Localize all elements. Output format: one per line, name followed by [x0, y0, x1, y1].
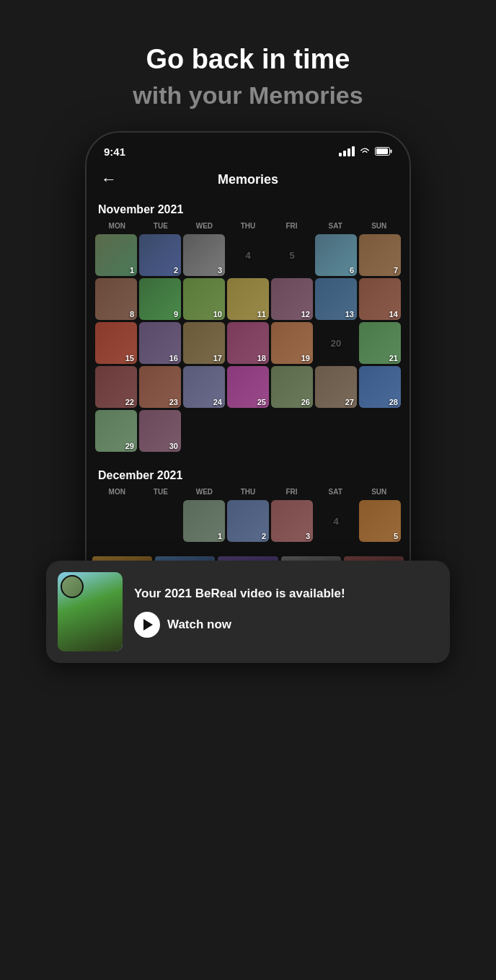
cal-day-number: 10	[211, 308, 225, 320]
cal-day-number: 29	[123, 440, 137, 452]
cal-cell[interactable]: 22	[95, 366, 137, 408]
cal-day-number: 12	[298, 308, 313, 320]
status-icons	[339, 146, 392, 156]
cal-cell[interactable]: 29	[95, 410, 137, 452]
cal-cell[interactable]: 1	[95, 234, 137, 276]
wifi-icon	[359, 147, 371, 156]
cal-cell[interactable]: 21	[359, 322, 401, 364]
month-label: December 2021	[95, 463, 401, 486]
day-header: SAT	[314, 220, 358, 231]
cal-cell[interactable]: 27	[315, 366, 357, 408]
notification-banner: Your 2021 BeReal video is available! Wat…	[46, 561, 450, 663]
cal-cell[interactable]: 18	[227, 322, 269, 364]
cal-day-number: 4	[315, 514, 357, 528]
day-header: TUE	[139, 220, 183, 231]
signal-icon	[339, 146, 355, 156]
cal-cell[interactable]: 30	[139, 410, 181, 452]
cal-cell[interactable]: 19	[271, 322, 313, 364]
cal-cell[interactable]: 12	[271, 278, 313, 320]
day-header: THU	[226, 220, 270, 231]
page-header: Go back in time with your Memories	[0, 0, 496, 131]
notification-title: Your 2021 BeReal video is available!	[134, 586, 438, 602]
cal-day-number: 1	[127, 264, 137, 276]
cal-day-number: 5	[391, 530, 401, 542]
cal-day-number: 25	[254, 396, 269, 408]
cal-day-number: 9	[171, 308, 181, 320]
phone-notch	[190, 133, 306, 153]
cal-day-number: 3	[215, 264, 225, 276]
cal-cell[interactable]: 28	[359, 366, 401, 408]
cal-cell[interactable]: 10	[183, 278, 225, 320]
page: Go back in time with your Memories 9:41	[0, 0, 496, 656]
cal-cell: 4	[227, 234, 269, 276]
svg-rect-2	[376, 148, 388, 154]
cal-cell[interactable]: 3	[183, 234, 225, 276]
calendar-container: November 2021MONTUEWEDTHUFRISATSUN123456…	[87, 197, 409, 553]
app-nav: ← Memories	[87, 164, 409, 197]
cal-day-number: 14	[386, 308, 401, 320]
calendar-month: December 2021MONTUEWEDTHUFRISATSUN12345	[87, 463, 409, 542]
watch-now-label: Watch now	[167, 618, 231, 632]
cal-day-number: 17	[211, 352, 225, 364]
app-content: ← Memories November 2021MONTUEWEDTHUFRIS…	[87, 164, 409, 553]
cal-day-number: 1	[215, 530, 225, 542]
cal-day-number: 6	[347, 264, 357, 276]
cal-cell[interactable]: 26	[271, 366, 313, 408]
cal-cell[interactable]: 9	[139, 278, 181, 320]
play-icon	[134, 612, 160, 638]
cal-cell: 5	[271, 234, 313, 276]
cal-cell[interactable]: 11	[227, 278, 269, 320]
cal-cell[interactable]: 17	[183, 322, 225, 364]
cal-cell[interactable]: 14	[359, 278, 401, 320]
cal-day-number: 8	[127, 308, 137, 320]
back-button[interactable]: ←	[101, 170, 117, 189]
cal-cell[interactable]: 2	[227, 500, 269, 542]
cal-cell: 20	[315, 322, 357, 364]
phone-frame: 9:41	[85, 131, 411, 598]
battery-icon	[375, 147, 392, 156]
cal-cell[interactable]: 15	[95, 322, 137, 364]
cal-day-number: 28	[386, 396, 401, 408]
cal-day-number: 20	[315, 337, 357, 350]
day-header: SUN	[357, 486, 401, 497]
cal-cell: 4	[315, 500, 357, 542]
cal-day-number: 16	[167, 352, 181, 364]
day-header: WED	[182, 220, 226, 231]
cal-cell[interactable]: 2	[139, 234, 181, 276]
cal-day-number: 24	[211, 396, 225, 408]
cal-day-number: 2	[171, 264, 181, 276]
calendar-month: November 2021MONTUEWEDTHUFRISATSUN123456…	[87, 197, 409, 452]
cal-cell[interactable]: 23	[139, 366, 181, 408]
header-title: Go back in time	[29, 43, 467, 76]
cal-cell[interactable]: 13	[315, 278, 357, 320]
cal-day-number: 5	[271, 249, 313, 262]
cal-cell[interactable]: 25	[227, 366, 269, 408]
cal-day-number: 18	[254, 352, 269, 364]
day-header: SUN	[357, 220, 401, 231]
day-header: MON	[95, 486, 139, 497]
cal-day-number: 22	[123, 396, 137, 408]
cal-day-number: 4	[227, 249, 269, 262]
cal-cell[interactable]: 6	[315, 234, 357, 276]
cal-day-number: 11	[254, 308, 269, 320]
cal-day-number: 13	[342, 308, 357, 320]
notification-thumbnail	[58, 572, 123, 651]
cal-cell[interactable]: 8	[95, 278, 137, 320]
day-header: THU	[226, 486, 270, 497]
cal-cell[interactable]: 1	[183, 500, 225, 542]
calendar-grid: 1234567891011121314151617181920212223242…	[95, 234, 401, 452]
notification-content: Your 2021 BeReal video is available! Wat…	[134, 586, 438, 638]
cal-cell[interactable]: 24	[183, 366, 225, 408]
cal-day-number: 21	[386, 352, 401, 364]
cal-cell[interactable]: 7	[359, 234, 401, 276]
cal-cell[interactable]: 16	[139, 322, 181, 364]
cal-day-number: 27	[342, 396, 357, 408]
cal-cell[interactable]: 3	[271, 500, 313, 542]
day-header: TUE	[139, 486, 183, 497]
watch-now-button[interactable]: Watch now	[134, 612, 438, 638]
cal-cell[interactable]: 5	[359, 500, 401, 542]
screen-title: Memories	[117, 172, 379, 187]
day-header: SAT	[314, 486, 358, 497]
day-header: WED	[182, 486, 226, 497]
selfie-thumbnail	[61, 575, 84, 598]
